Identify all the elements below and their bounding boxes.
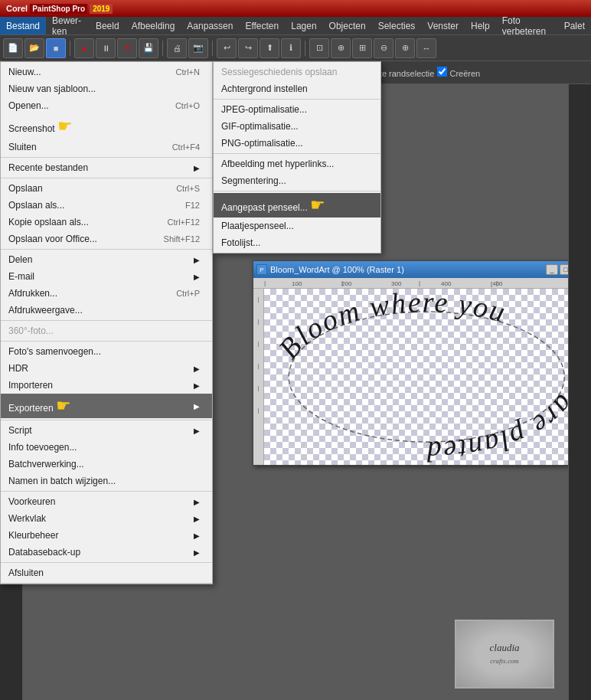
bestand-section-3: Opslaan Ctrl+S Opslaan als... F12 Kopie … [1,178,212,250]
tb-info-btn[interactable]: ℹ [281,38,301,58]
menu-foto-verbeteren[interactable]: Foto verbeteren [496,17,558,34]
tb-zoom-out-btn[interactable]: ⊖ [374,38,393,58]
exporteren-submenu: Sessiegeschiedenis opslaan Achtergrond i… [213,61,381,254]
menu-lagen[interactable]: Lagen [285,17,322,34]
image-window-title-text: Bloom_WordArt @ 100% (Raster 1) [270,265,404,274]
submenu-segmentering[interactable]: Segmentering... [214,172,380,189]
bestand-section-8: Voorkeuren ▶ Werkvlak ▶ Kleurbeheer ▶ Da… [1,492,212,563]
tb-pause-btn[interactable]: ⏸ [96,38,116,58]
tb-sep-3 [212,41,213,56]
image-window-title: P Bloom_WordArt @ 100% (Raster 1) _ □ ✕ [253,261,568,278]
tb-open-btn[interactable]: 📂 [24,38,44,58]
menu-item-openen[interactable]: Openen... Ctrl+O [1,97,212,114]
menu-item-databaseback-up[interactable]: Databaseback-up ▶ [1,544,212,561]
bestand-section-6: Foto's samenvoegen... HDR ▶ Importeren ▶… [1,342,212,420]
bestand-section-2: Recente bestanden ▶ [1,158,212,178]
submenu-achtergrond[interactable]: Achtergrond instellen [214,80,380,97]
app-logo: Corel PaintShop Pro 2019 [6,4,113,13]
submenu-aangepast-penseel[interactable]: Aangepast penseel... ☛ [214,193,380,218]
submenu-sep-2 [214,153,380,154]
submenu-plaatjespenseel[interactable]: Plaatjespenseel... [214,218,380,234]
menu-item-samenvoegen[interactable]: Foto's samenvoegen... [1,343,212,360]
window-controls: _ □ ✕ [546,264,568,275]
menu-item-kleurbeheer[interactable]: Kleurbeheer ▶ [1,527,212,544]
bestand-section-4: Delen ▶ E-mail ▶ Afdrukken... Ctrl+P Afd… [1,250,212,321]
tb-crop-btn[interactable]: ⊡ [309,38,329,58]
image-canvas: Bloom where you are planted [264,289,568,465]
menu-palet[interactable]: Palet [558,17,591,34]
tb-color-btn[interactable]: ■ [46,38,66,58]
submenu-hyperlinks[interactable]: Afbeelding met hyperlinks... [214,155,380,172]
menu-item-script[interactable]: Script ▶ [1,422,212,439]
menu-bestand[interactable]: Bestand [0,17,46,34]
menu-afbeelding[interactable]: Afbeelding [126,17,181,34]
ruler-top: | | | | | | | | | | | | | 100 200 300 40… [253,278,568,289]
menu-item-exporteren[interactable]: Exporteren ☛ ▶ [1,394,212,418]
tb-extra-btn[interactable]: ↔ [416,38,436,58]
wordart-svg: Bloom where you are planted [264,289,568,465]
menu-item-namen-batch[interactable]: Namen in batch wijzigen... [1,473,212,489]
tb-new-btn[interactable]: 📄 [3,38,23,58]
menu-bewerken[interactable]: Bewer­ken [46,17,90,34]
menu-item-nieuw-sjabloon[interactable]: Nieuw van sjabloon... [1,80,212,97]
screenshot-cursor: ☛ [57,116,73,136]
menu-item-werkvlak[interactable]: Werkvlak ▶ [1,510,212,527]
tb-record-btn[interactable]: ● [74,38,94,58]
menu-effecten[interactable]: Effecten [239,17,285,34]
tb-sep-2 [162,41,163,56]
tb-camera-btn[interactable]: 📷 [188,38,208,58]
menu-item-batchverwerking[interactable]: Batchverwerking... [1,456,212,473]
menu-item-hdr[interactable]: HDR ▶ [1,360,212,377]
menu-item-sluiten[interactable]: Sluiten Ctrl+F4 [1,139,212,155]
image-window-icon: P [256,264,267,275]
tb-undo-btn[interactable]: ↩ [217,38,237,58]
menu-item-opslaan-office[interactable]: Opslaan voor Office... Shift+F12 [1,231,212,247]
submenu-fotolijst[interactable]: Fotolijst... [214,234,380,251]
tb-zoom-btn2[interactable]: ⊕ [395,38,415,58]
menu-item-importeren[interactable]: Importeren ▶ [1,377,212,394]
menu-item-delen[interactable]: Delen ▶ [1,251,212,268]
tb-redo-btn[interactable]: ↪ [238,38,258,58]
tb-sep-1 [70,41,70,56]
tb-zoom-fit-btn[interactable]: ⊞ [352,38,372,58]
creeren-checkbox[interactable] [437,67,447,77]
menu-selecties[interactable]: Selecties [372,17,422,34]
submenu-jpeg[interactable]: JPEG-optimalisatie... [214,101,380,118]
submenu-sep-3 [214,191,380,191]
menu-item-screenshot[interactable]: Screenshot ☛ [1,114,212,139]
minimize-button[interactable]: _ [546,264,558,275]
tb-zoom-in-btn[interactable]: ⊕ [331,38,351,58]
tb-stop-btn[interactable]: ✕ [117,38,137,58]
menu-item-opslaan[interactable]: Opslaan Ctrl+S [1,180,212,197]
tb-export-btn[interactable]: ⬆ [260,38,279,58]
menu-objecten[interactable]: Objecten [323,17,372,34]
menu-item-afdrukken[interactable]: Afdrukken... Ctrl+P [1,285,212,302]
aangepast-cursor: ☛ [310,195,325,215]
bestand-section-9: Afsluiten [1,563,212,584]
menu-help[interactable]: Help [465,17,496,34]
tb-save-btn[interactable]: 💾 [139,38,158,58]
maximize-button[interactable]: □ [560,264,568,275]
menu-bar: Bestand Bewer­ken Beeld Afbeelding Aanpa… [0,17,591,35]
bestand-section-5: 360°-foto... [1,321,212,342]
menu-item-recente-bestanden[interactable]: Recente bestanden ▶ [1,159,212,176]
menu-item-360-foto[interactable]: 360°-foto... [1,322,212,339]
image-window: P Bloom_WordArt @ 100% (Raster 1) _ □ ✕ … [253,260,568,466]
menu-item-info-toevoegen[interactable]: Info toevoegen... [1,439,212,456]
menu-item-email[interactable]: E-mail ▶ [1,268,212,285]
submenu-sessiegeschiedenis[interactable]: Sessiegeschiedenis opslaan [214,64,380,80]
ruler-left: |||||| [253,289,264,465]
menu-aanpassen[interactable]: Aanpassen [181,17,239,34]
menu-item-afsluiten[interactable]: Afsluiten [1,564,212,581]
menu-item-voorkeuren[interactable]: Voorkeuren ▶ [1,493,212,510]
menu-venster[interactable]: Venster [421,17,465,34]
menu-item-afdrukweergave[interactable]: Afdrukweergave... [1,302,212,319]
submenu-png[interactable]: PNG-optimalisatie... [214,135,380,152]
tb-print-btn[interactable]: 🖨 [167,38,187,58]
submenu-gif[interactable]: GIF-optimalisatie... [214,118,380,135]
menu-item-nieuw[interactable]: Nieuw... Ctrl+N [1,64,212,80]
menu-item-kopie-opslaan[interactable]: Kopie opslaan als... Ctrl+F12 [1,214,212,231]
creeren-label: Creëren [437,67,480,78]
menu-beeld[interactable]: Beeld [90,17,126,34]
menu-item-opslaan-als[interactable]: Opslaan als... F12 [1,197,212,214]
